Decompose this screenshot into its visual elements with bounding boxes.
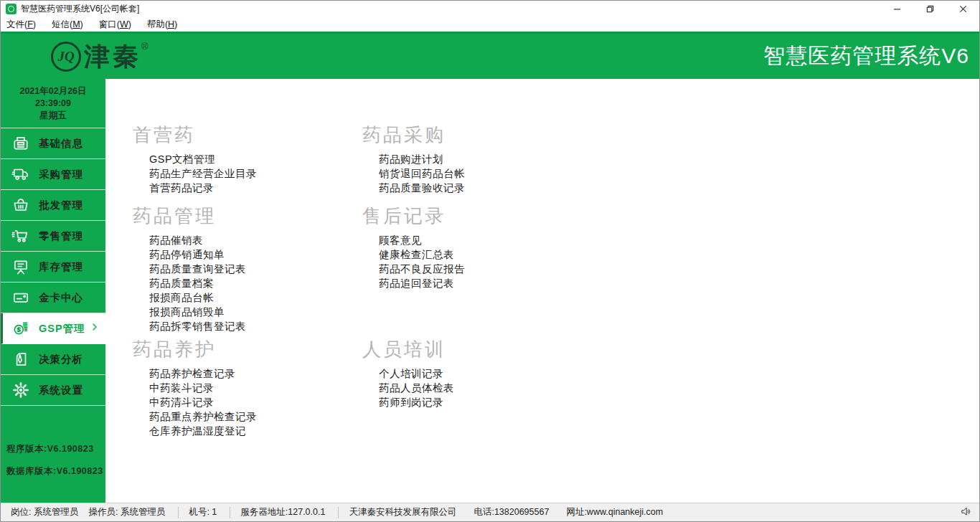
gear-icon [11,381,30,399]
menu-link[interactable]: 报损商品销毁单 [149,305,225,319]
status-website: 网址:www.qinankeji.com [566,506,663,518]
menu-link[interactable]: 药品质量档案 [149,276,214,290]
section-links: 药品养护检查记录中药装斗记录中药清斗记录药品重点养护检查记录仓库养护温湿度登记 [133,366,362,438]
easel-board-icon [11,257,30,276]
sidebar-item-inventory[interactable]: 库存管理 [1,252,105,283]
page-title: 智慧医药管理系统V6 [763,42,969,71]
menu-link[interactable]: 健康检查汇总表 [379,247,454,262]
section-first-operation-drugs: 首营药 GSP文档管理药品生产经营企业目录首营药品记录 [133,125,362,195]
menu-link[interactable]: 药品停销通知单 [149,247,225,262]
section-links: GSP文档管理药品生产经营企业目录首营药品记录 [133,152,362,195]
menu-link[interactable]: 药品拆零销售登记表 [149,319,246,333]
menu-help[interactable]: 帮助(H) [147,19,177,31]
menu-link[interactable]: 中药清斗记录 [149,395,214,409]
sidebar-item-analytics[interactable]: 决策分析 [1,344,105,375]
status-bar: 岗位: 系统管理员 操作员: 系统管理员 机号: 1 服务器地址:127.0.0… [1,503,979,521]
section-after-sales-records: 售后记录 顾客意见健康检查汇总表药品不良反应报告药品追回登记表 [362,206,465,333]
company-logo: JQ 津秦 ® [51,40,149,73]
card-icon [11,288,30,307]
basket-icon [11,196,30,214]
weekday-text: 星期五 [2,110,104,122]
speaker-icon[interactable] [960,506,972,520]
section-links: 药品催销表药品停销通知单药品质量查询登记表药品质量档案报损商品台帐报损商品销毁单… [133,233,362,333]
sidebar-item-wholesale[interactable]: 批发管理 [1,190,105,221]
status-machine-number: 机号: 1 [189,506,217,518]
restore-button[interactable] [913,1,946,17]
sidebar-item-retail[interactable]: 零售管理 [1,221,105,252]
sidebar-item-gold-card[interactable]: 金卡中心 [1,283,105,313]
sidebar-item-purchasing[interactable]: 采购管理 [1,159,105,190]
datetime-panel: 2021年02月26日 23:39:09 星期五 [1,79,105,128]
section-title: 药品管理 [133,206,362,227]
version-info: 程序版本:V6.190823 数据库版本:V6.190823 [1,443,105,488]
menu-link[interactable]: 顾客意见 [379,233,422,247]
minimize-button[interactable] [880,1,913,17]
logo-jq-circle-icon: JQ [51,42,81,72]
sidebar-item-basic-info[interactable]: 基础信息 [1,128,105,159]
window-title: 智慧医药管理系统V6[公司帐套] [21,3,139,15]
close-button[interactable] [946,1,979,17]
menu-link[interactable]: 首营药品记录 [149,181,214,195]
program-version: 程序版本:V6.190823 [6,443,105,455]
sidebar-item-settings[interactable]: 系统设置 [1,375,105,406]
menu-link[interactable]: 药品质量查询登记表 [149,262,246,276]
app-window: 智慧医药管理系统V6[公司帐套] 文件(F) 短信(M) 窗口(W) 帮助(H)… [0,0,980,522]
menu-link[interactable]: GSP文档管理 [149,152,215,166]
menu-link[interactable]: 报损商品台帐 [149,290,214,305]
section-title: 首营药 [133,125,362,146]
status-server-address: 服务器地址:127.0.0.1 [240,506,325,518]
section-title: 人员培训 [362,339,454,361]
menu-file[interactable]: 文件(F) [6,19,36,31]
section-personnel-training: 人员培训 个人培训记录药品人员体检表药师到岗记录 [362,339,454,438]
restore-icon [926,5,934,13]
status-separator [338,507,339,518]
section-drug-procurement: 药品采购 药品购进计划销货退回药品台帐药品质量验收记录 [362,125,465,195]
menu-link[interactable]: 药品生产经营企业目录 [149,166,257,181]
status-operator: 操作员: 系统管理员 [88,506,165,518]
cart-icon [11,227,30,245]
status-position: 岗位: 系统管理员 [11,506,78,518]
status-phone: 电话:13820695567 [473,506,549,518]
registered-mark: ® [141,41,149,52]
minimize-icon [893,5,901,13]
time-text: 23:39:09 [2,98,104,110]
status-company: 天津秦安科技发展有限公司 [349,506,456,518]
database-version: 数据库版本:V6.190823 [6,465,105,478]
sidebar: 2021年02月26日 23:39:09 星期五 基础信息 采购管理 批发管理 … [1,79,105,503]
menu-link[interactable]: 药品催销表 [149,233,203,247]
menu-link[interactable]: 药品重点养护检查记录 [149,409,257,424]
sidebar-item-gsp[interactable]: GSP管理 [1,313,105,344]
menu-link[interactable]: 药品购进计划 [379,152,443,166]
menu-link[interactable]: 仓库养护温湿度登记 [149,424,246,438]
menu-link[interactable]: 销货退回药品台帐 [379,166,465,181]
brand-header: JQ 津秦 ® 智慧医药管理系统V6 [1,34,979,79]
status-separator [230,507,230,518]
app-logo-icon [6,4,17,14]
section-title: 药品采购 [362,125,465,146]
logo-text: 津秦 [84,40,141,73]
gsp-menu-page: 首营药 GSP文档管理药品生产经营企业目录首营药品记录 药品采购 药品购进计划销… [105,79,979,503]
menu-window[interactable]: 窗口(W) [99,19,131,31]
section-title: 药品养护 [133,339,362,361]
status-separator [178,507,179,518]
section-drug-management: 药品管理 药品催销表药品停销通知单药品质量查询登记表药品质量档案报损商品台帐报损… [133,206,362,333]
menu-link[interactable]: 药品养护检查记录 [149,366,235,381]
menu-link[interactable]: 个人培训记录 [379,366,443,381]
menu-link[interactable]: 中药装斗记录 [149,381,214,395]
fax-icon [11,134,30,153]
menu-link[interactable]: 药品人员体检表 [379,381,454,395]
pen-document-icon [11,350,30,369]
menu-link[interactable]: 药品追回登记表 [379,276,454,290]
chevron-right-icon [89,321,100,336]
truck-icon [11,165,30,184]
menu-sms[interactable]: 短信(M) [52,19,83,31]
menu-link[interactable]: 药品不良反应报告 [379,262,465,276]
menu-link[interactable]: 药品质量验收记录 [379,181,465,195]
section-links: 个人培训记录药品人员体检表药师到岗记录 [362,366,454,409]
menu-bar: 文件(F) 短信(M) 窗口(W) 帮助(H) [1,17,979,32]
coins-icon [11,319,30,338]
title-bar: 智慧医药管理系统V6[公司帐套] [1,1,979,17]
section-links: 顾客意见健康检查汇总表药品不良反应报告药品追回登记表 [362,233,465,290]
section-title: 售后记录 [362,206,465,227]
menu-link[interactable]: 药师到岗记录 [379,395,443,409]
